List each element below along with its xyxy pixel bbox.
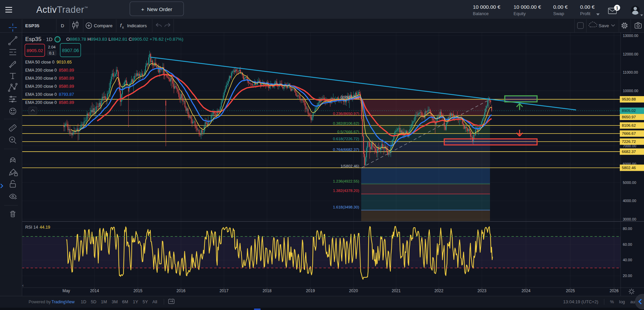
svg-text:5D: 5D [91, 299, 97, 304]
svg-text:TradingView: TradingView [51, 300, 75, 304]
svg-text:7666.67: 7666.67 [622, 131, 636, 135]
svg-text:1Y: 1Y [133, 299, 138, 304]
svg-text:2019: 2019 [306, 288, 315, 293]
svg-text:6M: 6M [122, 299, 128, 304]
svg-text:EMA 200 close 0: EMA 200 close 0 [25, 68, 57, 73]
svg-text:0.00 €: 0.00 € [580, 4, 595, 10]
svg-text:2015: 2015 [134, 288, 143, 293]
svg-text:8793.87: 8793.87 [59, 92, 74, 97]
svg-text:7226.72: 7226.72 [622, 140, 636, 144]
svg-text:RSI 14: RSI 14 [25, 225, 38, 230]
svg-text:10 000.00 €: 10 000.00 € [473, 4, 500, 10]
svg-text:5802.46: 5802.46 [622, 166, 636, 170]
svg-text:1(5802.46): 1(5802.46) [340, 164, 359, 168]
svg-text:0.1: 0.1 [49, 51, 54, 55]
svg-text:2022: 2022 [434, 288, 444, 293]
svg-text:EMA 50 close 0: EMA 50 close 0 [25, 60, 54, 65]
svg-text:3M: 3M [112, 299, 118, 304]
svg-text:9530.88: 9530.88 [622, 97, 636, 101]
svg-text:Equity: Equity [514, 11, 526, 16]
svg-text:60.00: 60.00 [623, 242, 632, 246]
svg-text:log: log [619, 299, 625, 304]
svg-text:3000.00: 3000.00 [623, 217, 636, 221]
svg-text:10 000.00 €: 10 000.00 € [514, 4, 541, 10]
svg-text:20.00: 20.00 [623, 274, 632, 278]
svg-text:2023: 2023 [478, 288, 487, 293]
svg-text:2026: 2026 [610, 288, 619, 293]
svg-text:0.5(7666.67): 0.5(7666.67) [337, 130, 359, 134]
svg-text:ActivTrader™: ActivTrader™ [36, 5, 88, 15]
svg-text:1: 1 [616, 6, 618, 10]
svg-text:Compare: Compare [94, 23, 113, 28]
svg-text:1.236(4922.55): 1.236(4922.55) [333, 179, 359, 183]
svg-text:EMA 100 close 0: EMA 100 close 0 [25, 92, 57, 97]
svg-text:11000.00: 11000.00 [623, 70, 638, 74]
svg-text:1M: 1M [101, 299, 107, 304]
svg-text:2024: 2024 [522, 288, 531, 293]
svg-text:2025: 2025 [566, 288, 575, 293]
svg-text:4000.00: 4000.00 [623, 199, 636, 203]
svg-text:2.04: 2.04 [48, 45, 56, 49]
svg-text:Powered by: Powered by [29, 300, 51, 304]
svg-text:D: D [61, 23, 64, 28]
svg-text:x: x [122, 26, 124, 29]
svg-text:1D: 1D [81, 299, 86, 304]
svg-text:0.236(8650.97): 0.236(8650.97) [333, 112, 359, 116]
svg-text:2016: 2016 [177, 288, 186, 293]
svg-text:8650.97: 8650.97 [622, 115, 636, 119]
svg-text:0.764(6682.37): 0.764(6682.37) [333, 148, 359, 152]
svg-text:5000.00: 5000.00 [623, 181, 636, 185]
svg-text:44.19: 44.19 [40, 225, 50, 230]
svg-text:Balance: Balance [473, 11, 489, 16]
svg-text:8580.89: 8580.89 [59, 84, 74, 89]
svg-text:80.00: 80.00 [623, 227, 632, 231]
svg-text:0.618(7226.72): 0.618(7226.72) [333, 137, 359, 141]
svg-text:13000.00: 13000.00 [623, 34, 638, 38]
svg-text:%: % [610, 299, 614, 304]
svg-text:8106.62: 8106.62 [622, 123, 636, 127]
svg-text:2018: 2018 [263, 288, 272, 293]
svg-text:Esp35: Esp35 [25, 36, 41, 42]
svg-text:1D: 1D [46, 36, 52, 42]
svg-text:9010.65: 9010.65 [56, 60, 72, 65]
svg-text:All: All [152, 299, 157, 304]
svg-text:ESP35: ESP35 [25, 23, 40, 28]
svg-text:0(9530.88): 0(9530.88) [340, 95, 359, 99]
svg-text:O8863.78 H8943.83 L8842.81 C89: O8863.78 H8943.83 L8842.81 C8905.02 +76.… [66, 37, 183, 42]
svg-text:0.382(8106.62): 0.382(8106.62) [333, 121, 359, 125]
svg-text:8580.89: 8580.89 [59, 76, 74, 81]
svg-text:2017: 2017 [220, 288, 229, 293]
svg-text:8905.02: 8905.02 [27, 48, 43, 53]
svg-text:EMA 200 close 0: EMA 200 close 0 [25, 84, 57, 89]
svg-text:‹: ‹ [22, 283, 24, 288]
svg-text:May: May [63, 288, 70, 293]
svg-text:6682.37: 6682.37 [622, 150, 636, 154]
svg-text:8907.06: 8907.06 [62, 48, 79, 53]
svg-text:1.618(3498.30): 1.618(3498.30) [333, 205, 359, 209]
svg-text:1.382(4378.20): 1.382(4378.20) [333, 189, 359, 193]
svg-text:12000.00: 12000.00 [623, 52, 638, 56]
svg-text:Profit: Profit [580, 11, 591, 16]
svg-text:8580.89: 8580.89 [59, 68, 74, 73]
svg-text:Indicators: Indicators [127, 23, 147, 28]
svg-text:13:04:19 (UTC+2): 13:04:19 (UTC+2) [563, 299, 598, 304]
svg-text:2020: 2020 [349, 288, 358, 293]
svg-text:2014: 2014 [90, 288, 99, 293]
svg-text:40.00: 40.00 [623, 258, 632, 262]
svg-text:8905.02: 8905.02 [622, 109, 636, 113]
svg-text:2021: 2021 [392, 288, 401, 293]
svg-text:EMA 200 close 0: EMA 200 close 0 [25, 76, 57, 81]
svg-text:10000.00: 10000.00 [623, 89, 638, 93]
svg-text:EMA 200 close 0: EMA 200 close 0 [25, 100, 57, 105]
svg-text:·: · [43, 36, 45, 42]
svg-text:8580.89: 8580.89 [59, 100, 74, 105]
svg-text:5Y: 5Y [143, 299, 148, 304]
svg-text:+ New Order: + New Order [141, 6, 173, 12]
svg-text:Swap: Swap [553, 11, 564, 16]
svg-text:Save: Save [599, 23, 609, 28]
svg-text:0.00 €: 0.00 € [553, 4, 568, 10]
